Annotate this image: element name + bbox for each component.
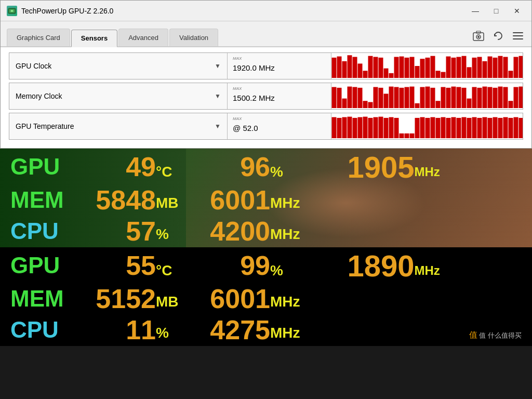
overlay-1-cpu-val1: 57	[73, 216, 156, 247]
watermark-text: 值 什么值得买	[479, 331, 522, 339]
svg-point-6	[477, 36, 480, 38]
sensor-label-area-gpu-temp[interactable]: GPU Temperature ▼	[9, 113, 228, 139]
sensor-max-gpu-temp: MAX	[233, 116, 242, 121]
overlay-1-gpu-val3: 1905	[300, 150, 415, 184]
overlay-2-gpu-val3: 1890	[300, 248, 415, 283]
close-button[interactable]: ✕	[509, 5, 525, 17]
sensor-row-memory-clock: Memory Clock ▼ MAX 1500.2 MHz	[9, 83, 523, 110]
overlay-1-mem-row: MEM 5848 MB 6001 MHz	[10, 184, 522, 216]
sensor-row-gpu-temp: GPU Temperature ▼ MAX @ 52.0	[9, 113, 523, 140]
app-icon	[7, 6, 17, 16]
sensors-panel: GPU Clock ▼ MAX 1920.0 MHz Memory Clock …	[1, 47, 531, 148]
sensor-value-area-gpu-temp: MAX @ 52.0	[228, 113, 331, 139]
overlay-2-cpu-val2: 4275	[187, 314, 270, 345]
overlay-2-mem-unit1: MB	[156, 283, 187, 314]
overlay-2-gpu-val1: 55	[73, 248, 156, 283]
sensor-max-memory-clock: MAX	[233, 86, 242, 91]
tab-sensors[interactable]: Sensors	[71, 30, 117, 47]
tab-actions	[471, 29, 525, 46]
overlay-1-mem-unit2: MHz	[270, 184, 300, 216]
gpuz-window: TechPowerUp GPU-Z 2.26.0 — □ ✕ Graphics …	[0, 0, 532, 149]
title-bar: TechPowerUp GPU-Z 2.26.0 — □ ✕	[1, 1, 531, 21]
overlay-2-cpu-unit1: %	[156, 314, 187, 345]
sensor-graph-gpu-clock	[331, 53, 523, 79]
overlay-2-gpu-unit2: %	[270, 248, 300, 283]
sensor-value-area-memory-clock: MAX 1500.2 MHz	[228, 83, 331, 109]
sensor-value-gpu-clock: 1920.0 MHz	[233, 60, 275, 72]
sensor-label-area-gpu-clock[interactable]: GPU Clock ▼	[9, 53, 228, 79]
sensor-value-gpu-temp: @ 52.0	[233, 121, 258, 132]
overlay-2-mem-row: MEM 5152 MB 6001 MHz	[10, 283, 522, 314]
overlay-2-cpu-row: CPU 11 % 4275 MHz	[10, 314, 522, 345]
window-controls: — □ ✕	[467, 5, 525, 17]
tab-validation[interactable]: Validation	[169, 29, 218, 46]
overlay-2-gpu-row: GPU 55 °C 99 % 1890 MHz	[10, 248, 522, 283]
sensor-label-gpu-temp: GPU Temperature	[16, 122, 210, 130]
overlay-2-content: GPU 55 °C 99 % 1890 MHz MEM 5152 MB 6001…	[0, 247, 532, 346]
dropdown-arrow-gpu-clock[interactable]: ▼	[215, 62, 221, 70]
minimize-button[interactable]: —	[467, 5, 484, 17]
overlay-1-mem-val2: 6001	[187, 184, 270, 216]
sensor-label-memory-clock: Memory Clock	[16, 92, 210, 100]
overlay-1-gpu-unit2: %	[270, 150, 300, 184]
overlay-2-mem-label: MEM	[10, 283, 73, 314]
svg-rect-5	[476, 31, 481, 33]
overlay-2-cpu-label: CPU	[10, 314, 73, 345]
tab-bar: Graphics Card Sensors Advanced Validatio…	[1, 21, 531, 47]
overlay-1-cpu-unit1: %	[156, 216, 187, 247]
sensor-label-gpu-clock: GPU Clock	[16, 62, 210, 70]
overlay-2-gpu-unit3: MHz	[415, 248, 522, 283]
dropdown-arrow-memory-clock[interactable]: ▼	[215, 92, 221, 100]
refresh-icon[interactable]	[491, 29, 506, 43]
overlay-1-content: GPU 49 °C 96 % 1905 MHz MEM 5848 MB 6001…	[0, 149, 532, 247]
overlay-1-cpu-row: CPU 57 % 4200 MHz	[10, 216, 522, 247]
sensor-row-gpu-clock: GPU Clock ▼ MAX 1920.0 MHz	[9, 52, 523, 79]
sensor-graph-gpu-temp	[331, 113, 523, 139]
screenshot-icon[interactable]	[471, 29, 486, 43]
overlay-2-gpu-label: GPU	[10, 248, 73, 283]
overlay-1-gpu-label: GPU	[10, 150, 73, 184]
overlay-1-cpu-val2: 4200	[187, 216, 270, 247]
overlay-1-mem-label: MEM	[10, 184, 73, 216]
overlay-1-gpu-unit1: °C	[156, 150, 187, 184]
overlay-2-gpu-unit1: °C	[156, 248, 187, 283]
overlay-2-mem-val1: 5152	[73, 283, 156, 314]
overlay-1-cpu-label: CPU	[10, 216, 73, 247]
overlay-2-gpu-val2: 99	[187, 248, 270, 283]
menu-icon[interactable]	[511, 29, 525, 43]
overlay-1-gpu-val1: 49	[73, 150, 156, 184]
overlay-2-mem-val2: 6001	[187, 283, 270, 314]
dropdown-arrow-gpu-temp[interactable]: ▼	[215, 123, 221, 130]
overlay-1-gpu-unit3: MHz	[415, 150, 522, 184]
overlay-1-stats-table: GPU 49 °C 96 % 1905 MHz MEM 5848 MB 6001…	[10, 150, 522, 247]
overlay-2-mem-unit2: MHz	[270, 283, 300, 314]
overlay-panel-2: GPU 55 °C 99 % 1890 MHz MEM 5152 MB 6001…	[0, 247, 532, 346]
maximize-button[interactable]: □	[488, 5, 504, 17]
sensor-value-area-gpu-clock: MAX 1920.0 MHz	[228, 53, 331, 79]
overlay-panel-1: GPU 49 °C 96 % 1905 MHz MEM 5848 MB 6001…	[0, 149, 532, 247]
tab-advanced[interactable]: Advanced	[118, 29, 168, 46]
overlay-2-cpu-val1: 11	[73, 314, 156, 345]
svg-point-2	[11, 10, 13, 12]
sensor-max-gpu-clock: MAX	[233, 56, 242, 61]
overlay-1-gpu-row: GPU 49 °C 96 % 1905 MHz	[10, 150, 522, 184]
overlay-1-mem-unit1: MB	[156, 184, 187, 216]
overlay-1-mem-val1: 5848	[73, 184, 156, 216]
sensor-label-area-memory-clock[interactable]: Memory Clock ▼	[9, 83, 228, 109]
overlay-2-stats-table: GPU 55 °C 99 % 1890 MHz MEM 5152 MB 6001…	[10, 248, 522, 345]
sensor-graph-memory-clock	[331, 83, 523, 109]
window-title: TechPowerUp GPU-Z 2.26.0	[21, 7, 467, 15]
watermark: 值 值 什么值得买	[469, 330, 522, 341]
overlay-2-cpu-unit2: MHz	[270, 314, 300, 345]
overlay-1-gpu-val2: 96	[187, 150, 270, 184]
overlay-1-cpu-unit2: MHz	[270, 216, 300, 247]
tab-graphics-card[interactable]: Graphics Card	[7, 29, 70, 46]
sensor-value-memory-clock: 1500.2 MHz	[233, 90, 275, 102]
